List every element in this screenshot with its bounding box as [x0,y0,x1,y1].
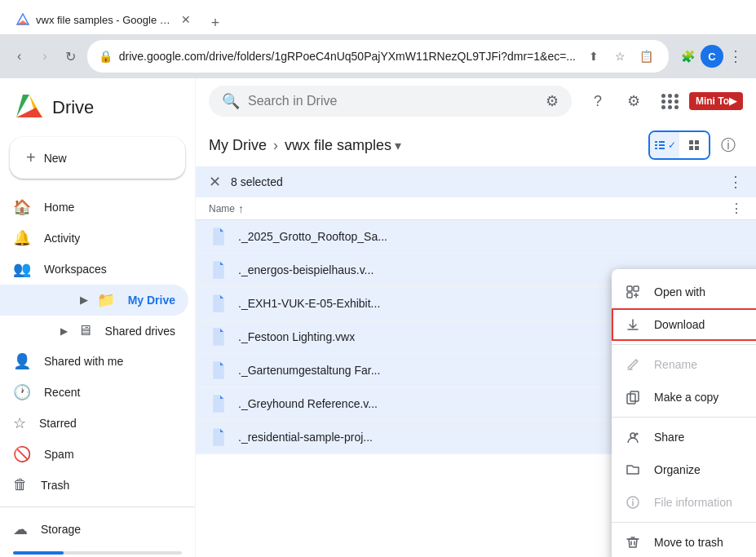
drive-logo-icon [13,91,46,124]
file-name: ._2025_Grotto_Rooftop_Sa... [238,230,730,243]
main-content: 🔍 ⚙ ? ⚙ [196,78,756,557]
context-menu: Open with › Download Rename Ctrl+Alt+E [612,269,756,557]
sidebar-shared-with-me-label: Shared with me [44,355,123,368]
grid-view-button[interactable] [679,132,709,158]
sidebar-recent-label: Recent [44,386,80,399]
context-menu-move-trash[interactable]: Move to trash Delete [612,526,756,557]
storage-icon: ☁ [13,520,28,538]
breadcrumb-dropdown-icon: ▾ [395,138,401,153]
name-column-header[interactable]: Name ↑ [209,202,730,215]
breadcrumb-row: My Drive › vwx file samples ▾ [196,124,756,166]
file-list-header: Name ↑ ⋮ [196,197,756,220]
my-drive-icon: 📁 [97,291,115,309]
sidebar-my-drive-label: My Drive [128,294,175,307]
sidebar-item-home[interactable]: 🏠 Home [0,192,188,223]
svg-rect-21 [630,391,639,401]
browser-menu-button[interactable]: ⋮ [725,44,746,69]
help-button[interactable]: ? [581,85,614,117]
help-icon: ? [594,93,602,110]
column-options-button[interactable]: ⋮ [730,201,743,216]
share-page-button[interactable]: ⬆ [582,45,605,68]
breadcrumb-current-folder[interactable]: vwx file samples ▾ [285,137,401,154]
sidebar-storage-label: Storage [41,523,81,536]
deselect-button[interactable]: ✕ [209,173,221,191]
sidebar-workspaces-label: Workspaces [44,263,107,276]
trash-icon: 🗑 [13,476,28,493]
svg-rect-8 [655,141,657,143]
context-menu-organize[interactable]: Organize › [612,453,756,486]
drive-logo-area: Drive [0,85,195,130]
active-tab[interactable]: vwx file samples - Google Drive ✕ [7,5,202,34]
rename-label: Rename [654,358,756,371]
sidebar-item-workspaces[interactable]: 👥 Workspaces [0,254,188,285]
sidebar-item-my-drive[interactable]: ▶ 📁 My Drive [0,285,188,316]
context-menu-make-copy[interactable]: Make a copy Ctrl+C Ctrl+V [612,381,756,413]
organize-icon [625,462,641,478]
tab-title: vwx file samples - Google Drive [36,14,173,26]
file-icon [209,394,228,413]
file-icon [209,360,228,380]
file-info-icon [625,494,641,511]
back-button[interactable]: ‹ [10,43,29,69]
sidebar-shared-drives-label: Shared drives [105,325,175,338]
shared-with-me-icon: 👤 [13,352,31,370]
drive-logo-text: Drive [52,97,94,118]
search-options-icon[interactable]: ⚙ [546,92,559,110]
selection-more-button[interactable]: ⋮ [728,173,743,191]
forward-button[interactable]: › [35,43,54,69]
checkmark-icon: ✓ [668,139,676,151]
profile-button[interactable]: C [701,45,723,68]
mini-logo: Mini To▶ [689,92,743,110]
extensions-button[interactable]: 🧩 [676,45,699,68]
sidebar-item-starred[interactable]: ☆ Starred [0,408,188,439]
sort-icon: ↑ [238,202,244,215]
bookmark-button[interactable]: ☆ [608,45,631,68]
file-row[interactable]: ._2025_Grotto_Rooftop_Sa... ⋮ [196,220,756,254]
starred-icon: ☆ [13,414,26,432]
tab-close-button[interactable]: ✕ [179,11,192,28]
url-text: drive.google.com/drive/folders/1gRPoeC4n… [119,50,576,63]
context-menu-download[interactable]: Download [612,308,756,341]
new-button[interactable]: + New [10,137,185,179]
search-bar[interactable]: 🔍 ⚙ [209,86,572,117]
new-button-label: New [44,152,67,165]
open-with-label: Open with [654,285,756,298]
share-icon [625,429,641,445]
search-input[interactable] [248,94,537,108]
make-copy-label: Make a copy [654,391,756,404]
new-tab-button[interactable]: + [204,11,227,34]
download-icon [625,316,641,333]
context-menu-file-info: File information [612,486,756,519]
info-button[interactable]: ⓘ [714,130,743,160]
svg-point-26 [632,499,634,501]
sidebar-item-recent[interactable]: 🕐 Recent [0,377,188,408]
header-actions: ? ⚙ [581,85,743,117]
context-menu-share[interactable]: Share › [612,421,756,453]
sidebar-starred-label: Starred [39,417,77,430]
apps-button[interactable] [653,85,686,117]
breadcrumb-my-drive[interactable]: My Drive [209,137,267,154]
sidebar-item-trash[interactable]: 🗑 Trash [0,470,188,500]
address-bar[interactable]: 🔒 drive.google.com/drive/folders/1gRPoeC… [86,39,670,73]
reload-button[interactable]: ↻ [61,43,80,69]
list-view-icon [653,139,666,152]
sidebar-item-storage[interactable]: ☁ Storage [0,514,188,545]
sidebar-item-spam[interactable]: 🚫 Spam [0,439,188,470]
sidebar-item-shared-drives[interactable]: ▶ 🖥 Shared drives [0,316,188,346]
read-mode-button[interactable]: 📋 [634,45,657,68]
svg-rect-22 [627,394,635,404]
shared-drives-expand-icon: ▶ [60,325,68,337]
list-view-button[interactable]: ✓ [650,132,679,158]
settings-button[interactable]: ⚙ [617,85,650,117]
breadcrumb-separator: › [273,137,278,154]
secure-icon: 🔒 [99,50,113,63]
svg-rect-14 [689,140,693,144]
sidebar-item-activity[interactable]: 🔔 Activity [0,223,188,254]
sidebar-item-shared-with-me[interactable]: 👤 Shared with me [0,346,188,377]
context-menu-open-with[interactable]: Open with › [612,276,756,308]
shared-drives-icon: 🖥 [77,322,92,339]
breadcrumb-current-text: vwx file samples [285,137,391,154]
sidebar-spam-label: Spam [44,448,74,461]
organize-label: Organize [654,463,756,476]
file-icon [209,294,228,313]
